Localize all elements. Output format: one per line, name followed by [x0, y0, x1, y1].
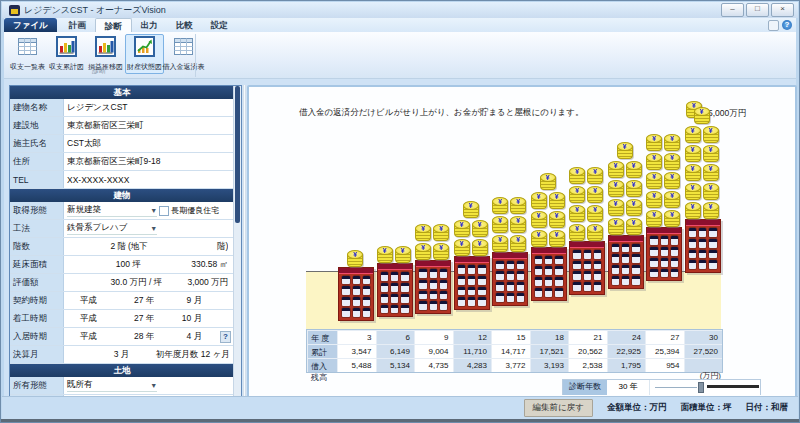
yen-symbol: ¥ — [540, 173, 556, 182]
menu-tab-output[interactable]: 出力 — [132, 18, 167, 32]
diagnosis-years-slider-box: 診断年数 30 年 — [562, 379, 761, 395]
scrollbar-thumb[interactable] — [235, 86, 240, 223]
window — [401, 305, 408, 314]
form-text-field[interactable]: 東京都新宿区三栄町 — [67, 120, 231, 132]
form-cell[interactable]: 100 坪 — [67, 259, 141, 271]
maximize-button[interactable]: □ — [746, 3, 769, 17]
window — [468, 297, 475, 306]
slider-handle[interactable] — [698, 382, 704, 393]
coin-stack: ¥ — [664, 153, 680, 171]
table-cell: 30 — [684, 330, 723, 344]
window — [419, 291, 426, 300]
menu-tab-compare[interactable]: 比較 — [167, 18, 202, 32]
coin-stack: ¥ — [463, 201, 479, 219]
yen-symbol: ¥ — [463, 201, 479, 210]
menu-tab-diagnosis[interactable]: 診断 — [95, 18, 132, 32]
slider-track[interactable] — [650, 380, 760, 395]
coin-stack: ¥ — [685, 145, 701, 163]
coin-stack: ¥ — [694, 107, 710, 125]
window — [440, 291, 447, 300]
close-button[interactable]: × — [771, 3, 794, 17]
form-cell[interactable]: 平成 — [67, 313, 110, 325]
window — [612, 276, 619, 285]
window — [342, 297, 349, 306]
window — [517, 293, 524, 302]
form-cell[interactable]: 30.0 万円 / 坪 — [67, 277, 162, 289]
coin-stack: ¥ — [587, 224, 603, 242]
form-row-value: 30.0 万円 / 坪3,000 万円 — [64, 274, 234, 291]
window — [699, 260, 706, 269]
window — [555, 277, 562, 286]
ribbon-collapse-icon[interactable] — [768, 20, 779, 31]
title-bar[interactable]: レジデンスCST - オーナーズVision – □ × — [2, 2, 798, 18]
panel-splitter[interactable] — [243, 85, 246, 397]
undo-edit-button[interactable]: 編集前に戻す — [524, 399, 593, 417]
window — [517, 271, 524, 280]
yen-symbol: ¥ — [531, 211, 547, 220]
table-cell: 3,772 — [491, 358, 530, 372]
menu-tab-settings[interactable]: 設定 — [202, 18, 237, 32]
coin-stack: ¥ — [626, 180, 642, 198]
form-dropdown[interactable]: 新規建築▼ — [67, 204, 157, 217]
form-row: 着工時期平成27 年10 月 — [10, 310, 234, 328]
building-year-3 — [338, 267, 374, 321]
form-cell[interactable]: 10 月 — [156, 313, 202, 325]
form-cell[interactable]: 3 月 — [67, 349, 129, 361]
window — [650, 269, 657, 278]
menu-tab-plan[interactable]: 計画 — [60, 18, 95, 32]
coin-stack: ¥ — [531, 211, 547, 229]
building-windows — [609, 242, 643, 288]
building-year-12 — [454, 256, 490, 310]
form-text-field[interactable]: XX-XXXX-XXXX — [67, 175, 231, 185]
form-scrollbar[interactable] — [233, 86, 241, 398]
form-cell[interactable]: 28 年 — [112, 331, 155, 343]
building-windows — [455, 263, 489, 309]
table-cell: 3 — [337, 330, 376, 344]
form-cell[interactable]: 平成 — [67, 331, 110, 343]
table-row-header: 年 度 — [307, 330, 337, 344]
field-help-icon[interactable]: ? — [220, 331, 231, 343]
form-cell[interactable]: 9 月 — [156, 295, 202, 307]
coin-stack: ¥ — [685, 202, 701, 220]
form-row: TELXX-XXXX-XXXX — [10, 171, 234, 189]
window — [458, 276, 465, 285]
form-cell[interactable]: 2 階 — [67, 241, 126, 253]
window — [430, 291, 437, 300]
coin-stack: ¥ — [587, 186, 603, 204]
table-row: 累計収支3,5476,1499,00411,71014,71717,52120,… — [307, 344, 722, 358]
checkbox[interactable] — [159, 206, 169, 216]
window — [699, 228, 706, 237]
yen-symbol: ¥ — [549, 230, 565, 239]
minimize-button[interactable]: – — [721, 3, 744, 17]
window — [594, 271, 601, 280]
form-cell[interactable]: 初年度月数 12 ヶ月 — [131, 349, 229, 361]
coin-stack: ¥ — [492, 197, 508, 215]
form-cell[interactable]: (地下 — [128, 241, 177, 253]
coin-stack: ¥ — [664, 191, 680, 209]
form-text-field[interactable]: 東京都新宿区三栄町9-18 — [67, 156, 231, 168]
coin-stack: ¥ — [454, 239, 470, 257]
form-dropdown[interactable]: 鉄骨系プレハブ▼ — [67, 222, 157, 235]
form-dropdown[interactable]: 既所有▼ — [67, 379, 157, 392]
coin-stack: ¥ — [703, 164, 719, 182]
window — [612, 244, 619, 253]
form-cell[interactable]: 平成 — [67, 295, 110, 307]
menu-tab-file[interactable]: ファイル — [4, 18, 57, 32]
form-cell[interactable]: 階) — [179, 241, 228, 253]
section-header: 土地 — [10, 364, 234, 377]
form-text-field[interactable]: CST太郎 — [67, 138, 231, 150]
window — [632, 265, 639, 274]
form-cell[interactable]: 27 年 — [112, 295, 155, 307]
form-cell[interactable]: 330.58 ㎡ — [143, 259, 228, 271]
form-text-field[interactable]: レジデンスCST — [67, 102, 231, 114]
help-icon[interactable]: ? — [782, 20, 792, 30]
coin-stack: ¥ — [685, 183, 701, 201]
coin-stack: ¥ — [685, 164, 701, 182]
form-row-value: 既所有▼ — [64, 377, 234, 394]
form-cell[interactable]: 3,000 万円 — [164, 277, 228, 289]
coin-stack: ¥ — [569, 224, 585, 242]
building-year-18 — [531, 247, 567, 301]
form-cell[interactable]: 27 年 — [112, 313, 155, 325]
form-row-value: 新規建築▼長期優良住宅 — [64, 202, 234, 219]
form-cell[interactable]: 4 月 — [156, 331, 202, 343]
